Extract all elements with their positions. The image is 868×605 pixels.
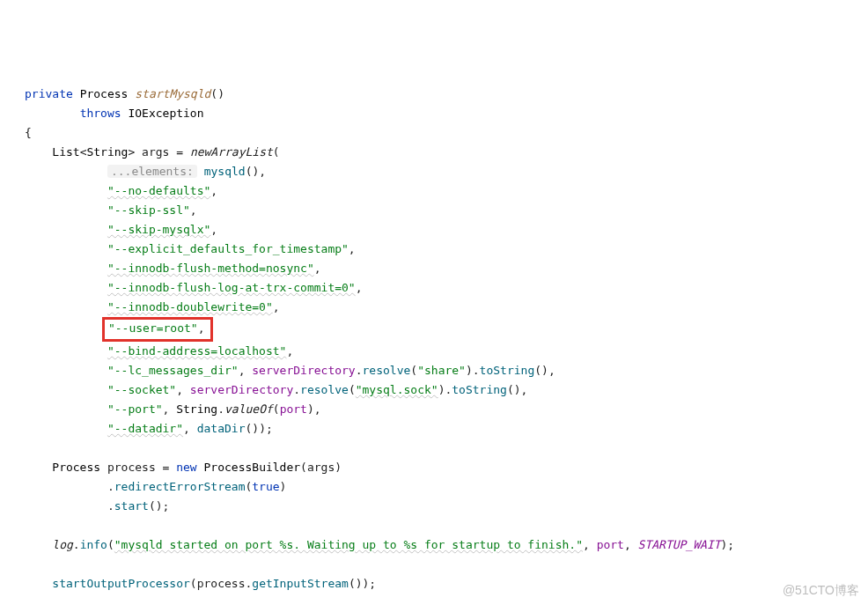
- m-getInputStream: getInputStream: [252, 577, 349, 590]
- kw-private: private: [25, 87, 73, 100]
- fn-mysqld: mysqld: [204, 165, 246, 178]
- m-valueOf: valueOf: [224, 402, 273, 416]
- m-resolve: resolve: [363, 364, 411, 377]
- type-string: String: [86, 145, 128, 159]
- paren: (): [210, 87, 224, 100]
- const-startupwait: STARTUP_WAIT: [638, 538, 721, 551]
- arg-process: process: [197, 577, 246, 590]
- inlay-hint-elements: ...elements:: [107, 165, 197, 178]
- m-resolve2: resolve: [300, 383, 349, 396]
- arg-args: args: [307, 461, 335, 474]
- type-list: List: [52, 145, 79, 159]
- str-flush-method: "--innodb-flush-method=nosync": [107, 262, 314, 275]
- field-serverDirectory: serverDirectory: [252, 364, 355, 377]
- m-redirectErrorStream: redirectErrorStream: [114, 480, 246, 493]
- str-bind-address: "--bind-address=localhost": [107, 344, 287, 358]
- str-port: "--port": [107, 402, 163, 416]
- type-processbuilder: ProcessBuilder: [204, 461, 301, 474]
- str-mysqlsock: "mysql.sock": [356, 383, 438, 396]
- str-skip-ssl: "--skip-ssl": [107, 203, 190, 217]
- kw-throws: throws: [80, 107, 121, 120]
- str-no-defaults: "--no-defaults": [107, 184, 210, 197]
- str-doublewrite: "--innodb-doublewrite=0": [107, 300, 273, 314]
- brace-open: {: [25, 126, 32, 139]
- m-toString2: toString: [452, 383, 507, 396]
- m-toString: toString: [480, 364, 535, 377]
- m-info: info: [80, 538, 107, 551]
- fn-dataDir: dataDir: [197, 422, 246, 435]
- kw-true: true: [252, 480, 279, 493]
- field-serverDirectory2: serverDirectory: [190, 383, 293, 396]
- var-process: process: [107, 461, 156, 474]
- field-port: port: [280, 402, 307, 416]
- str-lc-messages: "--lc_messages_dir": [107, 364, 239, 377]
- str-datadir: "--datadir": [107, 422, 183, 435]
- type-process2: Process: [52, 461, 100, 474]
- type-process: Process: [80, 87, 129, 100]
- type-ioexception: IOException: [128, 107, 203, 120]
- paren: (),: [246, 165, 266, 178]
- str-user-root: "--user=root": [108, 321, 198, 335]
- fn-newArrayList: newArrayList: [190, 145, 273, 159]
- code-block: private Process startMysqld() throws IOE…: [25, 85, 868, 605]
- field-log: log: [52, 538, 72, 551]
- str-socket: "--socket": [107, 383, 176, 396]
- var-args: args: [142, 145, 169, 159]
- str-logmsg: "mysqld started on port %s. Waiting up t…: [114, 538, 583, 551]
- watermark: @51CTO博客: [783, 580, 859, 600]
- highlighted-line: "--user=root",: [102, 317, 213, 342]
- type-string2: String: [176, 402, 217, 416]
- m-start: start: [114, 499, 149, 513]
- kw-new: new: [176, 461, 196, 474]
- str-skip-mysqlx: "--skip-mysqlx": [107, 223, 210, 236]
- fn-startOutputProcessor: startOutputProcessor: [52, 577, 190, 590]
- str-share: "share": [417, 364, 466, 377]
- field-port2: port: [597, 538, 624, 551]
- str-flush-log: "--innodb-flush-log-at-trx-commit=0": [107, 281, 356, 294]
- method-name: startMysqld: [135, 87, 210, 100]
- str-explicit-defaults: "--explicit_defaults_for_timestamp": [107, 242, 349, 255]
